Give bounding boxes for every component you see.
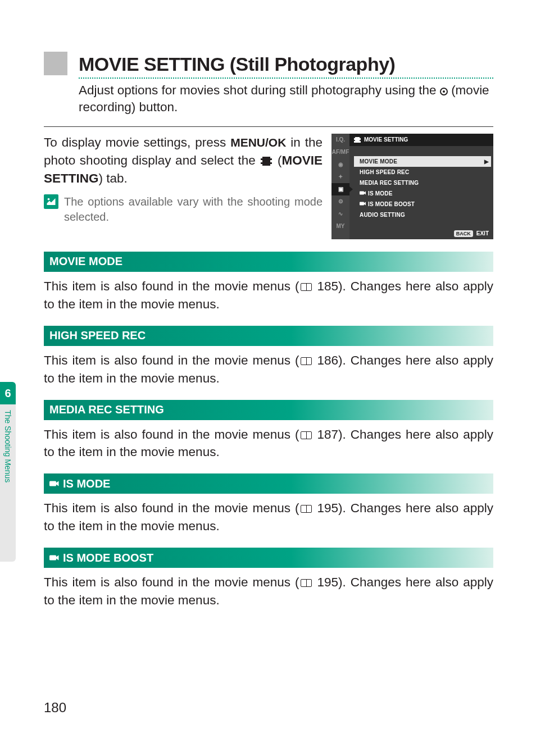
title-underline <box>79 78 493 79</box>
instruction-text: To display movie settings, press MENU/OK… <box>44 134 322 225</box>
camera-tab: ▣ <box>331 183 349 195</box>
camera-menu-item: MEDIA REC SETTING <box>354 177 491 188</box>
camera-menu-item: IS MODE <box>354 188 491 199</box>
section-heading: IS MODE <box>44 473 493 494</box>
camera-tab: MY <box>331 220 349 233</box>
camera-menu-item: MOVIE MODE▶ <box>354 156 491 167</box>
svg-rect-2 <box>360 202 364 205</box>
instruct-c: ) tab. <box>99 171 128 185</box>
intro-part-a: Adjust options for movies shot during st… <box>79 83 440 97</box>
camera-tab: I.Q. <box>331 134 349 146</box>
section-heading: HIGH SPEED REC <box>44 326 493 346</box>
chapter-title: The Shooting Menus <box>0 404 16 562</box>
camera-tab: ∿ <box>331 208 349 220</box>
camera-menu-item: HIGH SPEED REC <box>354 167 491 177</box>
note-icon <box>44 194 58 209</box>
camera-tab: AF/MF <box>331 146 349 158</box>
section: HIGH SPEED RECThis item is also found in… <box>44 326 493 388</box>
record-icon <box>440 88 448 95</box>
page-title: MOVIE SETTING (Still Photography) <box>79 53 395 75</box>
book-icon <box>301 505 312 513</box>
page-number: 180 <box>44 700 66 716</box>
camera-menu-item: AUDIO SETTING <box>354 210 491 220</box>
side-tab: 6 The Shooting Menus <box>0 382 16 573</box>
section-heading: IS MODE BOOST <box>44 548 493 568</box>
chapter-number: 6 <box>0 382 16 404</box>
section-body: This item is also found in the movie men… <box>44 277 493 313</box>
camera-tab: ✦ <box>331 171 349 183</box>
section-heading: MEDIA REC SETTING <box>44 400 493 420</box>
section-body: This item is also found in the movie men… <box>44 426 493 462</box>
book-icon <box>301 431 312 439</box>
camera-menu-screenshot: I.Q.AF/MF◉✦▣⚙∿MY MOVIE SETTING MOVIE MOD… <box>331 134 493 239</box>
section-heading: MOVIE MODE <box>44 252 493 272</box>
movie-icon <box>354 137 361 143</box>
divider <box>44 126 493 127</box>
book-icon <box>301 283 312 291</box>
svg-rect-4 <box>49 555 56 561</box>
book-icon <box>301 579 312 587</box>
movie-tab-icon <box>261 157 272 166</box>
instruct-a: To display movie settings, press <box>44 135 230 149</box>
section-body: This item is also found in the movie men… <box>44 499 493 535</box>
title-marker <box>44 52 67 75</box>
note-text: The options available vary with the shoo… <box>64 194 322 225</box>
svg-rect-3 <box>49 481 56 486</box>
camera-tab: ⚙ <box>331 195 349 208</box>
camera-menu-item: IS MODE BOOST <box>354 199 491 210</box>
section: MEDIA REC SETTINGThis item is also found… <box>44 400 493 462</box>
camera-menu-header-label: MOVIE SETTING <box>364 136 408 143</box>
section: IS MODEThis item is also found in the mo… <box>44 473 493 535</box>
intro-text: Adjust options for movies shot during st… <box>79 82 493 116</box>
svg-rect-1 <box>360 191 364 194</box>
camera-menu-footer: BACK EXIT <box>454 230 489 237</box>
camera-menu-header: MOVIE SETTING <box>349 134 493 146</box>
section-body: This item is also found in the movie men… <box>44 573 493 609</box>
book-icon <box>301 357 312 365</box>
svg-point-0 <box>48 198 50 200</box>
section-body: This item is also found in the movie men… <box>44 352 493 388</box>
section: IS MODE BOOSTThis item is also found in … <box>44 548 493 609</box>
camera-tab: ◉ <box>331 158 349 171</box>
back-label: BACK <box>454 230 473 237</box>
menu-ok-label: MENU/OK <box>230 136 286 149</box>
exit-label: EXIT <box>476 230 489 236</box>
section: MOVIE MODEThis item is also found in the… <box>44 252 493 313</box>
